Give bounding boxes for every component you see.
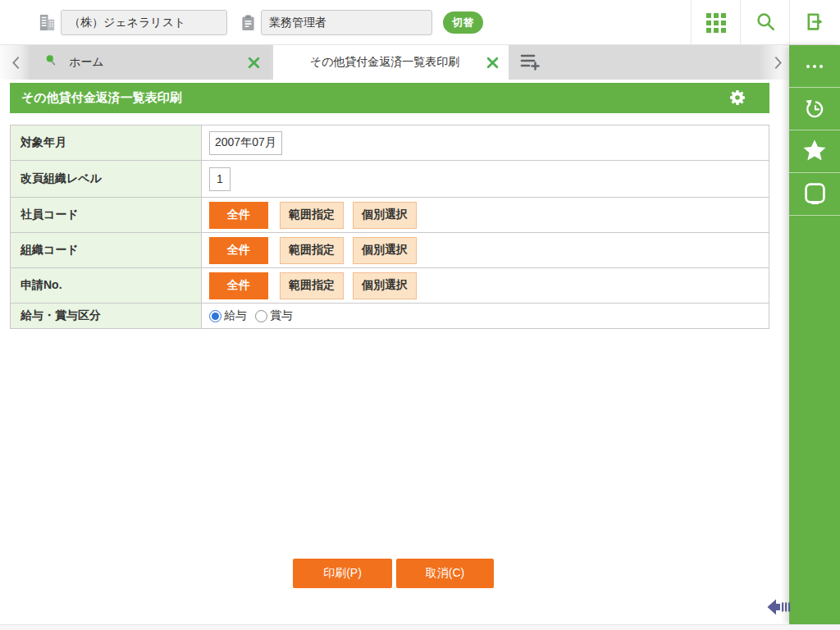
org-code-range-button[interactable]: 範囲指定 <box>280 237 344 264</box>
bottom-strip <box>0 624 840 630</box>
tray-icon <box>804 182 826 207</box>
right-sidebar <box>789 45 840 624</box>
pin-icon <box>44 53 58 71</box>
form-row-page-break-level: 改頁組織レベル <box>11 161 769 198</box>
divider <box>789 0 790 45</box>
ellipsis-icon <box>805 65 824 68</box>
radio-label: 給与 <box>224 308 247 323</box>
form-row-salary-bonus: 給与・賞与区分 給与 賞与 <box>11 304 769 329</box>
tab-add-icon <box>518 52 541 74</box>
more-button[interactable] <box>789 45 840 88</box>
app-grid-icon <box>706 13 726 33</box>
tab-home-close-icon[interactable] <box>248 57 260 69</box>
radio-label: 賞与 <box>270 308 293 323</box>
tab-active[interactable]: その他貸付金返済一覧表印刷 <box>273 45 509 80</box>
tab-home-label: ホーム <box>69 55 104 70</box>
form-row-org-code: 組織コード 全件 範囲指定 個別選択 <box>11 233 769 268</box>
star-icon <box>802 139 827 165</box>
salary-radio-option[interactable]: 給与 <box>209 308 247 323</box>
new-tab-button[interactable] <box>510 45 550 80</box>
field-label: 組織コード <box>11 233 202 267</box>
employee-code-individual-button[interactable]: 個別選択 <box>353 202 417 229</box>
chevron-left-icon <box>11 60 21 72</box>
app-launcher-button[interactable] <box>693 0 739 45</box>
page-header: その他貸付金返済一覧表印刷 <box>10 83 769 113</box>
search-button[interactable] <box>742 0 788 45</box>
tray-button[interactable] <box>789 173 840 216</box>
tab-active-label: その他貸付金返済一覧表印刷 <box>283 55 486 70</box>
field-label: 申請No. <box>11 268 202 303</box>
role-field[interactable] <box>261 10 432 35</box>
cancel-button[interactable]: 取消(C) <box>396 559 494 588</box>
tab-home[interactable]: ホーム <box>30 45 271 80</box>
tabs-scroll-left-button[interactable] <box>10 56 21 69</box>
page-break-level-input[interactable] <box>209 167 231 191</box>
logout-button[interactable] <box>792 0 838 45</box>
divider <box>740 0 741 45</box>
tab-bar: ホーム その他貸付金返済一覧表印刷 <box>0 45 789 80</box>
employee-code-all-button[interactable]: 全件 <box>209 202 268 229</box>
application-no-range-button[interactable]: 範囲指定 <box>280 272 344 299</box>
org-code-individual-button[interactable]: 個別選択 <box>353 237 417 264</box>
field-label: 対象年月 <box>11 126 202 160</box>
chevron-right-icon <box>774 60 783 72</box>
settings-button[interactable] <box>727 88 748 109</box>
field-label: 改頁組織レベル <box>11 161 202 197</box>
application-no-individual-button[interactable]: 個別選択 <box>353 272 417 299</box>
clipboard-icon <box>240 14 256 34</box>
collapse-panel-button[interactable] <box>765 597 792 619</box>
search-icon <box>755 11 776 34</box>
switch-button[interactable]: 切替 <box>443 11 483 34</box>
application-no-all-button[interactable]: 全件 <box>209 272 268 299</box>
bonus-radio-option[interactable]: 賞与 <box>255 308 293 323</box>
org-code-all-button[interactable]: 全件 <box>209 237 268 264</box>
field-label: 給与・賞与区分 <box>11 304 202 328</box>
gear-icon <box>728 98 747 110</box>
form-row-target-month: 対象年月 <box>11 126 769 161</box>
history-icon <box>802 95 828 123</box>
print-button[interactable]: 印刷(P) <box>293 559 392 588</box>
divider <box>691 0 692 45</box>
history-button[interactable] <box>789 88 840 130</box>
form-row-employee-code: 社員コード 全件 範囲指定 個別選択 <box>11 198 769 233</box>
logout-icon <box>804 11 826 35</box>
collapse-arrow-icon <box>766 607 791 619</box>
company-field[interactable] <box>61 10 227 35</box>
form-row-application-no: 申請No. 全件 範囲指定 個別選択 <box>11 268 769 304</box>
favorites-button[interactable] <box>789 130 840 173</box>
form-table: 対象年月 改頁組織レベル 社員コード 全件 範囲指定 個別選択 組織コード 全件… <box>10 125 769 329</box>
top-bar: 切替 <box>0 0 840 45</box>
radio-unchecked-icon[interactable] <box>255 310 267 322</box>
tab-active-close-icon[interactable] <box>486 57 499 69</box>
radio-checked-icon[interactable] <box>209 310 221 322</box>
tabs-scroll-right-button[interactable] <box>772 56 783 69</box>
target-month-input[interactable] <box>209 131 282 155</box>
employee-code-range-button[interactable]: 範囲指定 <box>280 202 344 229</box>
page-title: その他貸付金返済一覧表印刷 <box>10 90 182 106</box>
field-label: 社員コード <box>11 198 202 232</box>
building-icon <box>38 13 57 35</box>
